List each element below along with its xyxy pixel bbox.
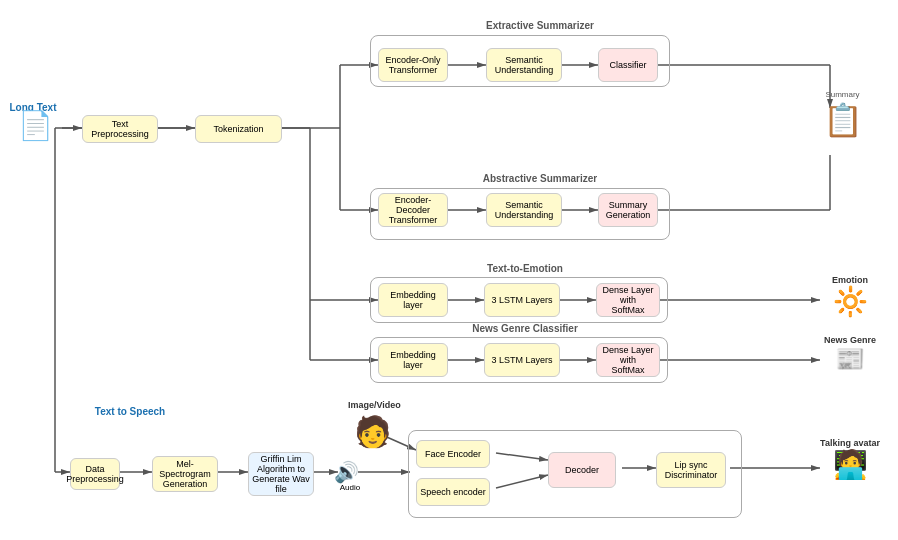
face-encoder-box: Face Encoder bbox=[416, 440, 490, 468]
abstractive-label: Abstractive Summarizer bbox=[460, 173, 620, 184]
lstm-emotion-box: 3 LSTM Layers bbox=[484, 283, 560, 317]
data-preprocessing-box: DataPreprocessing bbox=[70, 458, 120, 490]
semantic-understanding-abstractive-box: SemanticUnderstanding bbox=[486, 193, 562, 227]
person-avatar-icon: 🧑 bbox=[354, 414, 391, 449]
audio-icon: 🔊 bbox=[334, 460, 359, 484]
griffin-lim-box: Griffin LimAlgorithm toGenerate Wavfile bbox=[248, 452, 314, 496]
embedding-emotion-box: Embedding layer bbox=[378, 283, 448, 317]
encoder-decoder-box: Encoder-DecoderTransformer bbox=[378, 193, 448, 227]
mel-spectrogram-box: Mel-SpectrogramGeneration bbox=[152, 456, 218, 492]
tts-label: Text to Speech bbox=[80, 406, 180, 417]
semantic-understanding-extractive-box: NLP Pipeline Diagram SemanticUnderstandi… bbox=[486, 48, 562, 82]
summary-output: Summary 📋 bbox=[815, 90, 870, 139]
news-genre-output: News Genre 📰 bbox=[820, 335, 880, 373]
diagram: Long Text 📄 Text Preprocessing Tokenizat… bbox=[0, 0, 898, 540]
image-video-label: Image/Video bbox=[348, 400, 398, 410]
talking-avatar-output: Talking avatar 🧑‍💻 bbox=[820, 438, 880, 481]
speech-encoder-box: Speech encoder bbox=[416, 478, 490, 506]
extractive-label: Extractive Summarizer bbox=[460, 20, 620, 31]
encoder-only-box: Encoder-OnlyTransformer bbox=[378, 48, 448, 82]
classifier-box: Classifier bbox=[598, 48, 658, 82]
lip-sync-box: Lip syncDiscriminator bbox=[656, 452, 726, 488]
embedding-news-box: Embedding layer bbox=[378, 343, 448, 377]
lstm-news-box: 3 LSTM Layers bbox=[484, 343, 560, 377]
emotion-output: Emotion 🔆 bbox=[820, 275, 880, 318]
text-preprocessing-box: Text Preprocessing bbox=[82, 115, 158, 143]
document-icon: 📄 bbox=[18, 112, 53, 140]
dense-news-box: Dense Layer withSoftMax bbox=[596, 343, 660, 377]
dense-emotion-box: Dense Layer withSoftMax bbox=[596, 283, 660, 317]
tokenization-box: Tokenization bbox=[195, 115, 282, 143]
emotion-label: Text-to-Emotion bbox=[450, 263, 600, 274]
summary-generation-box: SummaryGeneration bbox=[598, 193, 658, 227]
decoder-box: Decoder bbox=[548, 452, 616, 488]
audio-label: Audio bbox=[335, 483, 365, 492]
news-label: News Genre Classifier bbox=[450, 323, 600, 334]
